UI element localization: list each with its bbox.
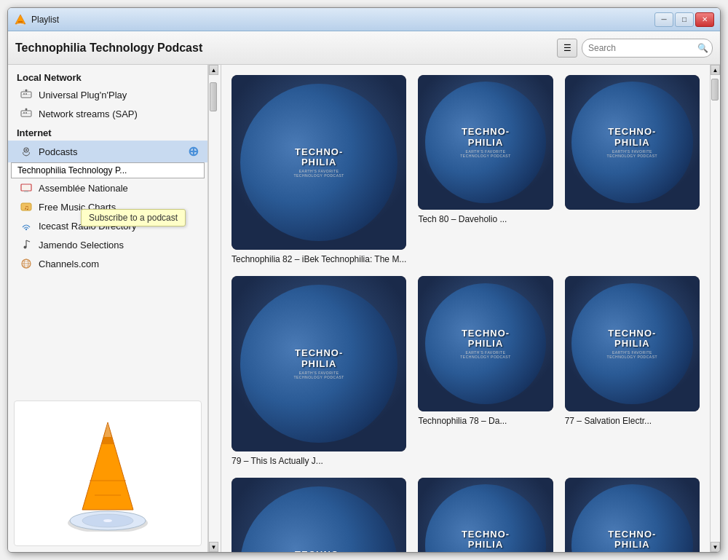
podcast-thumb-7: TECHNO-PHILIA EARTH'S FAVORITETECHNOLOGY… xyxy=(418,478,553,552)
music-icon: ♫ xyxy=(20,200,33,213)
svg-rect-21 xyxy=(23,186,30,189)
sidebar-container: Local Network xyxy=(8,65,221,552)
sidebar-item-technophilia[interactable]: Technophilia Technology P... xyxy=(11,162,205,178)
vlc-cone-svg xyxy=(57,415,159,532)
podcast-thumb-6: TECHNO-PHILIA EARTH'S FAVORITETECHNOLOGY… xyxy=(232,478,406,552)
sidebar-item-channels[interactable]: Channels.com xyxy=(8,254,207,273)
sidebar-item-podcasts[interactable]: Podcasts ⊕ xyxy=(8,141,207,162)
sidebar: Local Network xyxy=(8,65,208,552)
header-bar: Technophilia Technology Podcast ☰ 🔍 xyxy=(8,31,720,65)
svg-rect-2 xyxy=(18,22,23,23)
podcast-item-4[interactable]: TECHNO-PHILIA EARTH'S FAVORITETECHNOLOGY… xyxy=(418,276,553,465)
scroll-thumb[interactable] xyxy=(210,82,217,111)
content-with-scroll: TECHNO-PHILIA EARTH'S FAVORITETECHNOLOGY… xyxy=(221,65,720,552)
podcast-item-8[interactable]: TECHNO-PHILIA EARTH'S FAVORITETECHNOLOGY… xyxy=(565,478,700,552)
maximize-button[interactable]: □ xyxy=(675,12,694,27)
sidebar-item-jamendo-label: Jamendo Selections xyxy=(39,240,199,251)
music2-icon xyxy=(20,238,33,251)
vlc-artwork xyxy=(14,401,202,546)
add-podcast-button[interactable]: ⊕ xyxy=(188,143,199,159)
podcast-label-5: 77 – Salvation Electr... xyxy=(565,416,700,426)
podcast-item-5[interactable]: TECHNO-PHILIA EARTH'S FAVORITETECHNOLOGY… xyxy=(565,276,700,465)
sidebar-item-podcasts-label: Podcasts xyxy=(39,146,182,157)
content-scroll-down[interactable]: ▼ xyxy=(711,542,720,552)
scroll-down-arrow[interactable]: ▼ xyxy=(209,542,218,552)
podcast-thumb-0: TECHNO-PHILIA EARTH'S FAVORITETECHNOLOGY… xyxy=(232,75,406,250)
svg-rect-6 xyxy=(25,93,27,95)
content-scroll-thumb[interactable] xyxy=(711,79,719,100)
titlebar: Playlist ─ □ ✕ xyxy=(8,8,720,31)
sidebar-item-channels-label: Channels.com xyxy=(39,259,199,269)
main-area: Local Network xyxy=(8,65,720,552)
search-input[interactable] xyxy=(588,43,697,53)
podcast-label-1: Tech 80 – Daveholio ... xyxy=(418,214,553,224)
podcast-item-2[interactable]: TECHNO-PHILIA EARTH'S FAVORITETECHNOLOGY… xyxy=(565,75,700,264)
sidebar-item-universal-plug[interactable]: Universal Plug'n'Play xyxy=(8,85,207,104)
podcast-item-3[interactable]: TECHNO-PHILIA EARTH'S FAVORITETECHNOLOGY… xyxy=(232,276,406,465)
radio-icon xyxy=(20,219,33,232)
tv-icon xyxy=(20,181,33,194)
window-title: Playlist xyxy=(31,15,654,25)
section-local-network: Local Network xyxy=(8,68,207,85)
podcast-thumb-1: TECHNO-PHILIA EARTH'S FAVORITETECHNOLOGY… xyxy=(418,75,553,210)
svg-point-26 xyxy=(24,246,27,249)
sidebar-item-assemblee-label: Assemblée Nationale xyxy=(39,183,199,194)
tooltip-text: Subscribe to a podcast xyxy=(89,213,178,223)
svg-point-36 xyxy=(103,519,112,522)
sidebar-scrollbar[interactable]: ▲ ▼ xyxy=(208,65,218,552)
podcast-icon xyxy=(20,145,33,158)
subscribe-tooltip: Subscribe to a podcast xyxy=(81,209,186,226)
podcast-item-0[interactable]: TECHNO-PHILIA EARTH'S FAVORITETECHNOLOGY… xyxy=(232,75,406,264)
content-scroll-track[interactable] xyxy=(711,75,720,542)
svg-point-3 xyxy=(17,23,24,25)
search-box: 🔍 xyxy=(582,39,713,58)
svg-rect-20 xyxy=(24,191,28,192)
page-title: Technophilia Technology Podcast xyxy=(15,42,557,55)
list-view-icon: ☰ xyxy=(563,43,571,53)
network-icon xyxy=(20,88,33,101)
svg-line-27 xyxy=(26,240,30,242)
minimize-button[interactable]: ─ xyxy=(654,12,673,27)
scroll-up-arrow[interactable]: ▲ xyxy=(209,65,218,75)
svg-rect-13 xyxy=(25,112,27,114)
svg-text:♫: ♫ xyxy=(24,204,29,211)
podcast-thumb-8: TECHNO-PHILIA EARTH'S FAVORITETECHNOLOGY… xyxy=(565,478,700,552)
podcast-label-4: Technophilia 78 – Da... xyxy=(418,416,553,426)
podcast-thumb-4: TECHNO-PHILIA EARTH'S FAVORITETECHNOLOGY… xyxy=(418,276,553,411)
window-controls: ─ □ ✕ xyxy=(654,12,714,27)
podcast-item-6[interactable]: TECHNO-PHILIA EARTH'S FAVORITETECHNOLOGY… xyxy=(232,478,406,552)
sidebar-item-label: Universal Plug'n'Play xyxy=(39,90,199,100)
sidebar-item-label: Network streams (SAP) xyxy=(39,109,199,119)
svg-rect-12 xyxy=(23,112,25,114)
podcast-label-3: 79 – This Is Actually J... xyxy=(232,456,406,466)
svg-point-18 xyxy=(25,149,27,151)
podcast-grid: TECHNO-PHILIA EARTH'S FAVORITETECHNOLOGY… xyxy=(229,72,703,552)
podcast-label-0: Technophilia 82 – iBek Technophilia: The… xyxy=(232,254,406,264)
sidebar-scroll: Local Network xyxy=(8,65,207,395)
sidebar-item-jamendo[interactable]: Jamendo Selections xyxy=(8,235,207,254)
list-view-button[interactable]: ☰ xyxy=(557,39,577,58)
svg-rect-5 xyxy=(23,93,25,95)
network-streams-icon xyxy=(20,107,33,120)
content-scroll-up[interactable]: ▲ xyxy=(711,65,720,75)
header-actions: ☰ 🔍 xyxy=(557,39,713,58)
app-icon xyxy=(14,13,27,26)
svg-rect-1 xyxy=(18,21,23,22)
section-internet: Internet xyxy=(8,123,207,141)
content-scrollbar[interactable]: ▲ ▼ xyxy=(710,65,720,552)
podcast-thumb-3: TECHNO-PHILIA EARTH'S FAVORITETECHNOLOGY… xyxy=(232,276,406,451)
close-button[interactable]: ✕ xyxy=(695,12,714,27)
main-window: Playlist ─ □ ✕ Technophilia Technology P… xyxy=(7,7,721,553)
svg-point-16 xyxy=(25,109,28,111)
channels-icon xyxy=(20,257,33,270)
podcast-item-1[interactable]: TECHNO-PHILIA EARTH'S FAVORITETECHNOLOGY… xyxy=(418,75,553,264)
sidebar-item-network-streams[interactable]: Network streams (SAP) xyxy=(8,104,207,123)
svg-marker-41 xyxy=(104,422,111,437)
search-icon: 🔍 xyxy=(697,43,708,53)
svg-point-24 xyxy=(25,229,27,230)
content-scroll: TECHNO-PHILIA EARTH'S FAVORITETECHNOLOGY… xyxy=(221,65,710,552)
podcast-thumb-5: TECHNO-PHILIA EARTH'S FAVORITETECHNOLOGY… xyxy=(565,276,700,411)
scroll-track[interactable] xyxy=(209,75,218,542)
podcast-item-7[interactable]: TECHNO-PHILIA EARTH'S FAVORITETECHNOLOGY… xyxy=(418,478,553,552)
sidebar-item-assemblee[interactable]: Assemblée Nationale xyxy=(8,178,207,197)
